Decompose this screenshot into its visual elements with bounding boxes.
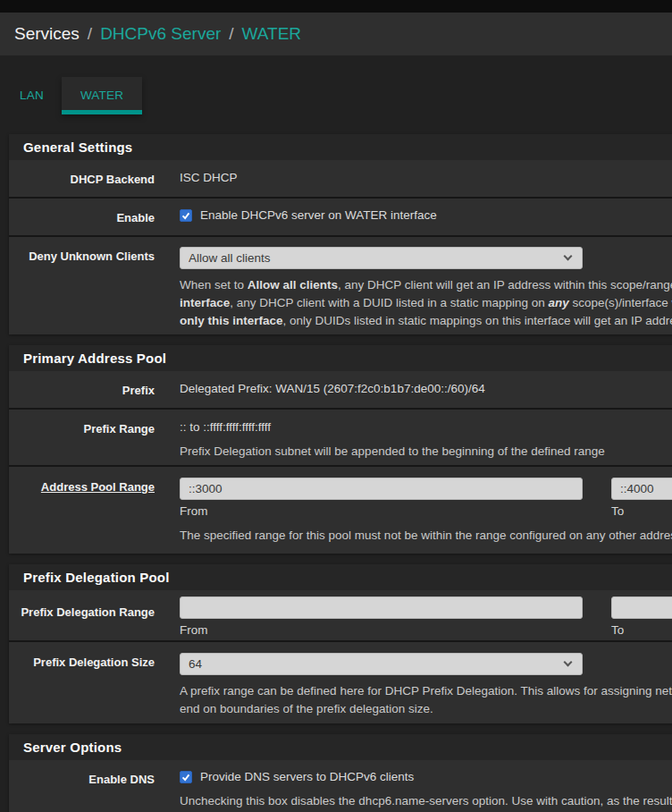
breadcrumb-services[interactable]: Services [14, 24, 80, 44]
breadcrumb-water-link[interactable]: WATER [242, 24, 302, 44]
prefix-range-label: Prefix Range [9, 419, 155, 461]
row-prefix: Prefix Delegated Prefix: WAN/15 (2607:f2… [9, 371, 672, 408]
address-pool-to-label: To [611, 504, 672, 519]
prefix-delegation-size-help-line: end on boundaries of the prefix delegati… [180, 700, 672, 718]
enable-dhcpv6-checkbox[interactable] [180, 209, 192, 222]
row-deny-unknown-clients: Deny Unknown Clients Allow all clients W… [9, 235, 672, 334]
prefix-delegation-range-label: Prefix Delegation Range [9, 596, 155, 638]
panel-prefix-delegation-pool: Prefix Delegation Pool Prefix Delegation… [9, 564, 672, 723]
prefix-delegation-size-help-line: A prefix range can be defined here for D… [180, 682, 672, 700]
address-pool-to-input[interactable] [611, 478, 672, 500]
checkmark-icon [181, 772, 191, 782]
prefix-delegation-size-label: Prefix Delegation Size [9, 653, 155, 718]
panel-server-options: Server Options Enable DNS Provide DNS se… [9, 734, 672, 812]
top-navbar-edge [0, 0, 672, 13]
address-pool-range-help: The specified range for this pool must n… [180, 527, 672, 545]
tab-water[interactable]: WATER [62, 77, 142, 114]
prefix-range-value: :: to ::ffff:ffff:ffff:ffff [180, 419, 672, 435]
panel-title-general-settings: General Settings [9, 134, 672, 160]
prefix-delegation-from-label: From [180, 623, 583, 638]
checkmark-icon [181, 210, 191, 221]
tab-lan[interactable]: LAN [7, 77, 56, 110]
deny-unknown-clients-help-line: When set to Allow all clients, any DHCP … [180, 276, 672, 294]
deny-unknown-clients-help-line: only this interface, only DUIDs listed i… [180, 312, 672, 330]
row-prefix-range: Prefix Range :: to ::ffff:ffff:ffff:ffff… [9, 408, 672, 465]
panel-title-server-options: Server Options [9, 734, 672, 760]
panel-primary-address-pool: Primary Address Pool Prefix Delegated Pr… [9, 345, 672, 554]
dhcp-backend-label: DHCP Backend [9, 170, 155, 187]
prefix-delegation-from-input[interactable] [180, 596, 583, 619]
dhcp-backend-value: ISC DHCP [180, 170, 672, 185]
prefix-label: Prefix [9, 381, 155, 398]
breadcrumb-separator: / [229, 24, 233, 44]
enable-label: Enable [9, 208, 155, 225]
row-enable-dns: Enable DNS Provide DNS servers to DHCPv6… [9, 760, 672, 812]
prefix-delegation-to-input[interactable] [611, 596, 672, 619]
row-enable: Enable Enable DHCPv6 server on WATER int… [9, 197, 672, 235]
address-pool-range-label: Address Pool Range [9, 478, 155, 545]
deny-unknown-clients-label: Deny Unknown Clients [9, 247, 155, 330]
page-content: General Settings DHCP Backend ISC DHCP E… [0, 134, 672, 812]
breadcrumb: Services / DHCPv6 Server / WATER [0, 13, 672, 55]
row-prefix-delegation-size: Prefix Delegation Size 64 A prefix range… [9, 640, 672, 723]
enable-dns-checkbox[interactable] [180, 771, 192, 783]
address-pool-from-label: From [180, 504, 583, 519]
row-address-pool-range: Address Pool Range From To The specified… [9, 465, 672, 554]
enable-dhcpv6-checkbox-label: Enable DHCPv6 server on WATER interface [200, 208, 437, 223]
deny-unknown-clients-select[interactable]: Allow all clients [180, 247, 583, 269]
panel-title-prefix-delegation-pool: Prefix Delegation Pool [9, 564, 672, 590]
prefix-delegation-size-select[interactable]: 64 [180, 653, 583, 675]
breadcrumb-dhcpv6-server-link[interactable]: DHCPv6 Server [100, 24, 221, 44]
enable-dns-label: Enable DNS [9, 770, 155, 812]
enable-dns-checkbox-label: Provide DNS servers to DHCPv6 clients [200, 770, 414, 784]
prefix-value: Delegated Prefix: WAN/15 (2607:f2c0:b1b7… [180, 381, 672, 396]
prefix-delegation-to-label: To [611, 623, 672, 638]
prefix-range-help: Prefix Delegation subnet will be appende… [180, 443, 672, 461]
enable-dns-help-line: Unchecking this box disables the dhcp6.n… [180, 792, 672, 810]
row-prefix-delegation-range: Prefix Delegation Range From To [9, 590, 672, 640]
deny-unknown-clients-help-line: interface, any DHCP client with a DUID l… [180, 294, 672, 312]
breadcrumb-separator: / [88, 24, 92, 44]
panel-general-settings: General Settings DHCP Backend ISC DHCP E… [9, 134, 672, 334]
address-pool-from-input[interactable] [180, 478, 583, 500]
panel-title-primary-address-pool: Primary Address Pool [9, 345, 672, 371]
interface-tabs: LAN WATER [7, 77, 672, 114]
row-dhcp-backend: DHCP Backend ISC DHCP [9, 160, 672, 197]
